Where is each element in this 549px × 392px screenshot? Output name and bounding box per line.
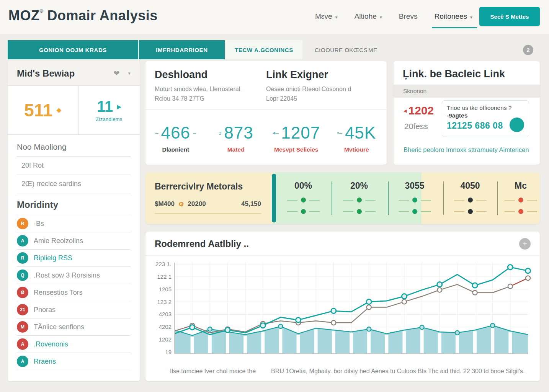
svg-text:4202: 4202 xyxy=(159,323,172,330)
section-strip: Sknonon xyxy=(394,85,540,98)
slider[interactable] xyxy=(496,198,540,203)
tab-2[interactable]: IMFRHDARRIOEN xyxy=(139,40,225,59)
metric-column-3: 3055 xyxy=(390,181,440,214)
sidebar: Mid's Bewiap ❤ ▾ 511◆ 11▶ Zlzandiems Noo… xyxy=(8,61,140,381)
gear-icon[interactable]: ⚙ xyxy=(178,201,184,208)
slider[interactable] xyxy=(278,209,328,214)
sidebar-link-2[interactable]: 2Œ) rrecice sardins xyxy=(17,175,131,193)
sidebar-link-1[interactable]: 20I Rot xyxy=(17,157,131,175)
slider-track xyxy=(365,211,376,212)
tab-5[interactable]: ME xyxy=(368,40,377,59)
backlink-footer-link[interactable]: Bheric peoloro Imnoxk sttramuety Aimteri… xyxy=(404,146,529,154)
x-axis-caption-left: Ilse tamciee fver chal maice the xyxy=(170,368,256,375)
card-title: Rodemrend Aatlbliy .. xyxy=(155,238,519,249)
svg-text:4203: 4203 xyxy=(159,311,172,317)
slider-handle[interactable] xyxy=(412,209,417,214)
sidebar-stats: 511◆ 11▶ Zlzandiems xyxy=(8,86,140,135)
slider-handle[interactable] xyxy=(518,209,523,214)
overview-col-link-explorer: Link Exigner Oesee onioti Rteяol Cosonon… xyxy=(266,69,377,104)
divider xyxy=(145,255,540,256)
slider[interactable] xyxy=(445,198,495,203)
trend-chart: 223 1.122 11205123 242034202120219 xyxy=(151,258,534,366)
card-title: Deshloand xyxy=(155,69,266,81)
primary-cta-button[interactable]: Secê S Mettes xyxy=(479,7,540,26)
slider-handle[interactable] xyxy=(468,209,473,214)
slider[interactable] xyxy=(334,209,384,214)
list-item[interactable]: A .Rovenonis xyxy=(17,336,131,353)
slider[interactable] xyxy=(334,198,384,203)
slider-track xyxy=(309,200,320,201)
slider-track xyxy=(454,200,464,201)
list-item[interactable]: A Rraens xyxy=(17,353,131,370)
list-item[interactable]: Q .Rost sow 3 Rorsisins xyxy=(17,267,131,284)
list-item[interactable]: Ø Rensestios Tors xyxy=(17,284,131,301)
page-title: Domair Analysis xyxy=(47,8,158,23)
divider xyxy=(332,181,332,215)
slider-handle[interactable] xyxy=(518,198,523,203)
nav-item-3[interactable]: Brevs xyxy=(399,12,418,21)
slider-track xyxy=(505,200,515,201)
slider-handle[interactable] xyxy=(301,209,306,214)
slider[interactable] xyxy=(278,198,328,203)
list-item[interactable]: 21 Pnoras xyxy=(17,301,131,318)
tab-1[interactable]: GONION OOJM KRADS xyxy=(8,40,138,59)
stat-label: Mesvpt Selicies xyxy=(266,146,327,153)
backlink-info-box[interactable]: Tnoe us tke offioonens ? -9agtes 12125 6… xyxy=(442,100,529,137)
slider[interactable] xyxy=(496,209,540,214)
list-item[interactable]: R ·Bs xyxy=(17,215,131,232)
status-dot-icon[interactable] xyxy=(510,118,524,132)
stat-value: 466 xyxy=(161,123,190,142)
heart-icon[interactable]: ❤ xyxy=(114,69,120,78)
category-badge-icon: A xyxy=(17,235,28,247)
slider-track xyxy=(476,211,487,212)
metric-value: 20% xyxy=(334,181,384,191)
activity-card: Rodemrend Aatlbliy .. + 223 1.122 112051… xyxy=(145,232,540,381)
metrics-band: Berrercivlry Metorals $M400 ⚙ 20200 45,1… xyxy=(145,172,540,224)
slider-handle[interactable] xyxy=(357,209,362,214)
slider[interactable] xyxy=(390,209,440,214)
slider-track xyxy=(309,211,320,212)
list-item[interactable]: R Riplielg RSS xyxy=(17,250,131,267)
list-item[interactable]: M TÄniice senfions xyxy=(17,318,131,336)
category-badge-icon: Q xyxy=(17,270,28,281)
nav-item-1[interactable]: Mɛve▾ xyxy=(315,12,338,21)
tab-4[interactable]: CtOOURE OKŒCS xyxy=(315,40,368,59)
nav-item-4-active[interactable]: Roitonees▾ xyxy=(434,12,472,21)
tab-3-active[interactable]: TECW A.GCONINCS xyxy=(225,40,302,59)
card-subtitle-2: Lopr 22045 xyxy=(266,95,297,102)
chevron-down-icon: ▾ xyxy=(335,15,338,20)
category-badge-icon: R xyxy=(17,252,28,264)
sidebar-header: Mid's Bewiap ❤ ▾ xyxy=(8,61,140,86)
list-item-label: Riplielg RSS xyxy=(34,254,72,262)
x-axis-caption-right: BRU 1Oretia, Mgbaity. bor dilsiy hed Aen… xyxy=(271,368,524,375)
svg-text:1202: 1202 xyxy=(159,336,172,343)
metric-column-2: 20% xyxy=(334,181,384,214)
nav-item-2[interactable]: Altiohe▾ xyxy=(355,12,382,21)
card-subtitle: Oesee onioti Rteяol Cosonon d xyxy=(266,86,351,92)
list-item-label: Amie Reoizolins xyxy=(34,237,83,245)
arrow-left-icon: ◂ xyxy=(404,107,407,115)
svg-text:223 1.: 223 1. xyxy=(155,261,172,267)
svg-text:123 2: 123 2 xyxy=(157,299,172,305)
slider[interactable] xyxy=(445,209,495,214)
chevron-down-icon[interactable]: ▾ xyxy=(128,70,131,76)
slider[interactable] xyxy=(390,198,440,203)
slider-track xyxy=(527,211,537,212)
slider-handle[interactable] xyxy=(412,198,417,203)
slider-handle[interactable] xyxy=(301,198,306,203)
list-item[interactable]: A Amie Reoizolins xyxy=(17,232,131,250)
divider xyxy=(497,181,498,215)
stat-secondary: 11▶ Zlzandiems xyxy=(78,86,140,134)
metrics-title: Berrercivlry Metorals xyxy=(155,181,261,192)
backlink-card: Ļink. be Bacleic Link Sknonon ◂ 1202 20f… xyxy=(394,61,540,165)
play-icon: ▶ xyxy=(117,103,121,110)
list-item-label: Rensestios Tors xyxy=(34,289,83,297)
plus-button[interactable]: + xyxy=(519,238,531,250)
slider-track xyxy=(505,211,515,212)
list-item-label: Pnoras xyxy=(34,306,56,314)
notification-badge[interactable]: 2 xyxy=(523,45,533,55)
slider-track xyxy=(287,200,297,201)
category-badge-icon: A xyxy=(17,356,28,367)
slider-handle[interactable] xyxy=(357,198,362,203)
slider-handle[interactable] xyxy=(468,198,473,203)
